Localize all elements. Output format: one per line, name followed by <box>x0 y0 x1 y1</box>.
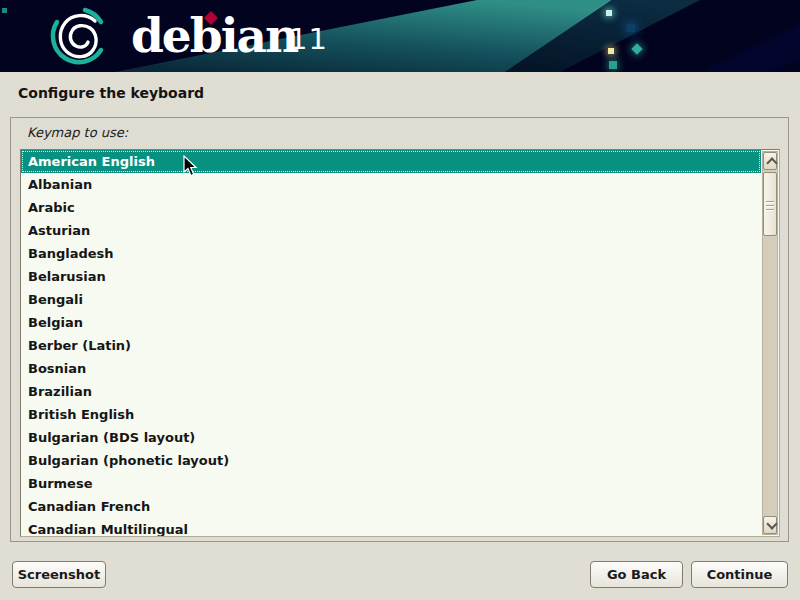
confetti-square <box>2 8 7 13</box>
scroll-down-button[interactable] <box>763 516 777 534</box>
brand-version: 11 <box>289 22 328 56</box>
scrollbar-thumb[interactable] <box>763 172 777 236</box>
list-item[interactable]: Albanian <box>21 173 761 196</box>
installer-window: debian 11 Configure the keyboard Keymap … <box>0 0 800 600</box>
list-item[interactable]: Berber (Latin) <box>21 334 761 357</box>
confetti-square <box>606 10 612 16</box>
keymap-listbox[interactable]: American English Albanian Arabic Asturia… <box>20 149 780 537</box>
list-item[interactable]: Canadian Multilingual <box>21 518 761 537</box>
scroll-up-button[interactable] <box>763 152 777 170</box>
list-item[interactable]: Burmese <box>21 472 761 495</box>
confetti-square <box>609 61 617 69</box>
keymap-label: Keymap to use: <box>27 125 128 140</box>
list-item[interactable]: Belarusian <box>21 265 761 288</box>
screenshot-button[interactable]: Screenshot <box>12 561 106 588</box>
list-item[interactable]: British English <box>21 403 761 426</box>
list-item[interactable]: Arabic <box>21 196 761 219</box>
keymap-rows: American English Albanian Arabic Asturia… <box>21 150 761 537</box>
page-title: Configure the keyboard <box>18 85 204 101</box>
banner: debian 11 <box>0 0 800 72</box>
list-item-american-english[interactable]: American English <box>21 150 761 173</box>
list-item[interactable]: Bangladesh <box>21 242 761 265</box>
list-item[interactable]: Canadian French <box>21 495 761 518</box>
confetti-square <box>627 24 635 32</box>
list-item[interactable]: Belgian <box>21 311 761 334</box>
chevron-down-icon <box>766 518 777 529</box>
debian-swirl-logo <box>46 5 110 69</box>
go-back-button[interactable]: Go Back <box>590 561 683 588</box>
list-item[interactable]: Brazilian <box>21 380 761 403</box>
brand-wordmark: debian <box>131 2 297 70</box>
list-item[interactable]: Bulgarian (phonetic layout) <box>21 449 761 472</box>
vertical-scrollbar[interactable] <box>762 151 778 535</box>
scrollbar-grip <box>766 201 774 213</box>
chevron-up-icon <box>766 157 777 168</box>
confetti-square <box>608 48 614 54</box>
continue-button[interactable]: Continue <box>691 561 788 588</box>
list-item[interactable]: Bengali <box>21 288 761 311</box>
list-item[interactable]: Bulgarian (BDS layout) <box>21 426 761 449</box>
banner-artwork <box>0 0 800 72</box>
list-item[interactable]: Asturian <box>21 219 761 242</box>
list-item[interactable]: Bosnian <box>21 357 761 380</box>
mouse-cursor-icon <box>183 155 199 177</box>
